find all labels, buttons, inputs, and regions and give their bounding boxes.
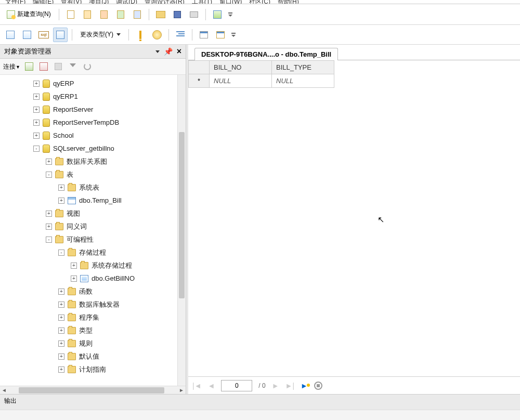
tree-node[interactable]: +系统存储过程 bbox=[2, 259, 186, 272]
scrollbar-thumb[interactable] bbox=[19, 387, 164, 393]
tree-node[interactable]: -SQLserver_getbillno bbox=[2, 142, 186, 155]
filter-button[interactable] bbox=[67, 61, 79, 72]
nav-prev-icon[interactable]: ◄ bbox=[208, 382, 215, 390]
connect-label[interactable]: 连接▼ bbox=[3, 62, 20, 71]
table-row[interactable]: *NULLNULL bbox=[189, 74, 334, 88]
column-header[interactable]: BILL_TYPE bbox=[272, 61, 334, 74]
doc-button-4[interactable] bbox=[113, 7, 128, 22]
expand-icon[interactable]: + bbox=[33, 107, 40, 113]
grid-button-1[interactable] bbox=[3, 28, 18, 42]
record-position-input[interactable] bbox=[221, 380, 252, 391]
menu-file[interactable]: 文件(F) bbox=[5, 0, 25, 4]
menu-help[interactable]: 帮助(H) bbox=[278, 0, 299, 4]
pin-icon[interactable]: 📌 bbox=[164, 47, 173, 56]
menu-debug[interactable]: 调试(D) bbox=[116, 0, 137, 4]
print-button[interactable] bbox=[187, 7, 201, 22]
expand-icon[interactable]: + bbox=[33, 94, 40, 100]
tree-node[interactable]: +qyERP1 bbox=[2, 90, 186, 103]
new-window-button[interactable] bbox=[213, 28, 228, 42]
expand-icon[interactable]: + bbox=[33, 120, 40, 126]
results-grid[interactable]: BILL_NO BILL_TYPE *NULLNULL bbox=[188, 60, 334, 88]
expand-icon[interactable]: + bbox=[71, 262, 77, 269]
refresh-button[interactable] bbox=[82, 61, 93, 72]
tree-node[interactable]: +类型 bbox=[2, 324, 186, 337]
grid-button-2[interactable] bbox=[20, 28, 34, 42]
tree-node[interactable]: +数据库触发器 bbox=[2, 298, 186, 311]
tree-node[interactable]: -存储过程 bbox=[2, 246, 186, 259]
horizontal-scrollbar[interactable]: ◄ ► bbox=[0, 386, 186, 394]
tree-node[interactable]: +ReportServer bbox=[2, 103, 186, 116]
tree-node[interactable]: +函数 bbox=[2, 285, 186, 298]
menu-tools[interactable]: 工具(T) bbox=[192, 0, 212, 4]
collapse-icon[interactable]: - bbox=[58, 250, 64, 256]
tree-node[interactable]: +规则 bbox=[2, 337, 186, 350]
indent-button[interactable] bbox=[173, 28, 188, 42]
tree-node[interactable]: -可编程性 bbox=[2, 233, 186, 246]
scrollbar-thumb[interactable] bbox=[179, 132, 185, 298]
tree-node[interactable]: +qyERP bbox=[2, 77, 186, 90]
scroll-right-icon[interactable]: ► bbox=[177, 386, 186, 395]
tree-node[interactable]: +系统表 bbox=[2, 181, 186, 194]
server-button-2[interactable] bbox=[38, 61, 49, 72]
expand-icon[interactable]: + bbox=[58, 340, 64, 347]
expand-icon[interactable]: + bbox=[71, 275, 77, 282]
expand-icon[interactable]: + bbox=[58, 301, 64, 308]
results-pane-button[interactable] bbox=[53, 28, 68, 42]
collapse-icon[interactable]: - bbox=[46, 237, 52, 243]
scroll-left-icon[interactable]: ◄ bbox=[0, 386, 8, 395]
tree-node[interactable]: +视图 bbox=[2, 207, 186, 220]
nav-last-icon[interactable]: ►| bbox=[285, 382, 295, 390]
tree-node[interactable]: +程序集 bbox=[2, 311, 186, 324]
nav-stop-icon[interactable] bbox=[314, 382, 322, 390]
column-header[interactable]: BILL_NO bbox=[210, 61, 272, 74]
menu-window[interactable]: 窗口(W) bbox=[219, 0, 242, 4]
doc-button-3[interactable] bbox=[97, 7, 111, 22]
grid-cell[interactable]: NULL bbox=[210, 74, 272, 88]
tree-node[interactable]: +School bbox=[2, 129, 186, 142]
expand-icon[interactable]: + bbox=[58, 366, 64, 373]
expand-icon[interactable]: + bbox=[58, 314, 64, 321]
verify-button[interactable] bbox=[150, 28, 164, 42]
stop-button[interactable] bbox=[53, 61, 64, 72]
server-button-1[interactable] bbox=[23, 61, 35, 72]
tree-node[interactable]: +计划指南 bbox=[2, 363, 186, 376]
grid-cell[interactable]: NULL bbox=[272, 74, 334, 88]
properties-button[interactable] bbox=[197, 28, 211, 42]
change-type-button[interactable]: 更改类型(Y) bbox=[76, 28, 124, 42]
database-tree[interactable]: +qyERP+qyERP1+ReportServer+ReportServerT… bbox=[0, 75, 186, 378]
collapse-icon[interactable]: - bbox=[46, 172, 52, 178]
nav-new-icon[interactable]: ► bbox=[301, 382, 308, 390]
expand-icon[interactable]: + bbox=[33, 133, 40, 139]
execute-button[interactable] bbox=[133, 28, 148, 42]
nav-first-icon[interactable]: |◄ bbox=[192, 382, 202, 390]
sql-pane-button[interactable]: sql bbox=[36, 28, 51, 42]
tree-node[interactable]: -表 bbox=[2, 168, 186, 181]
expand-icon[interactable]: + bbox=[58, 327, 64, 334]
overflow-button[interactable] bbox=[227, 7, 234, 22]
menu-view[interactable]: 查看(V) bbox=[61, 0, 82, 4]
expand-icon[interactable]: + bbox=[33, 81, 40, 87]
save-button[interactable] bbox=[170, 7, 185, 22]
tree-node[interactable]: +数据库关系图 bbox=[2, 155, 186, 168]
expand-icon[interactable]: + bbox=[58, 198, 64, 204]
expand-icon[interactable]: + bbox=[46, 224, 52, 230]
expand-icon[interactable]: + bbox=[58, 288, 64, 295]
menu-project[interactable]: 项目(J) bbox=[89, 0, 109, 4]
tree-node[interactable]: +同义词 bbox=[2, 220, 186, 233]
doc-button-2[interactable] bbox=[80, 7, 95, 22]
menu-query-designer[interactable]: 查询设计器(R) bbox=[145, 0, 185, 4]
menu-edit[interactable]: 编辑(E) bbox=[33, 0, 54, 4]
panel-menu-icon[interactable] bbox=[155, 50, 160, 53]
new-query-button[interactable]: 新建查询(N) bbox=[3, 7, 55, 22]
expand-icon[interactable]: + bbox=[46, 211, 52, 217]
tree-node[interactable]: +dbo.Temp_Bill bbox=[2, 194, 186, 207]
collapse-icon[interactable]: - bbox=[33, 146, 40, 152]
expand-icon[interactable]: + bbox=[58, 353, 64, 360]
doc-button[interactable] bbox=[63, 7, 78, 22]
vertical-scrollbar[interactable] bbox=[177, 75, 186, 386]
close-icon[interactable]: × bbox=[177, 47, 181, 56]
expand-icon[interactable]: + bbox=[46, 159, 52, 165]
doc-button-5[interactable] bbox=[130, 7, 145, 22]
tree-node[interactable]: +dbo.GetBillNO bbox=[2, 272, 186, 285]
open-button[interactable] bbox=[153, 7, 168, 22]
